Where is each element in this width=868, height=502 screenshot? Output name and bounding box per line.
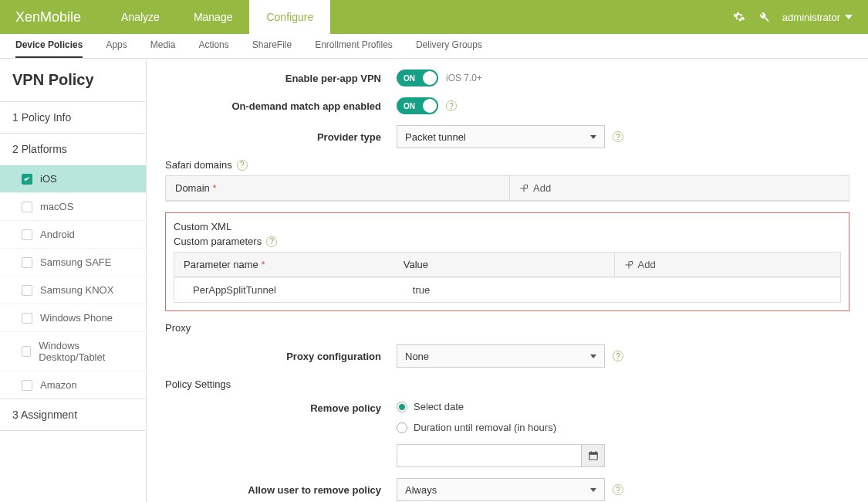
custom-add-button[interactable]: Add: [614, 253, 840, 276]
checkbox-icon: [22, 257, 32, 268]
col-value: Value: [394, 253, 614, 276]
checkbox-icon: [22, 229, 32, 240]
svg-rect-1: [589, 453, 597, 455]
checkbox-icon: [22, 285, 32, 296]
topnav-analyze[interactable]: Analyze: [104, 0, 177, 34]
platform-amazon[interactable]: Amazon: [0, 371, 146, 399]
platform-macos[interactable]: macOS: [0, 192, 146, 220]
platform-windows-phone[interactable]: Windows Phone: [0, 304, 146, 331]
enable-per-app-vpn-toggle[interactable]: ON: [397, 70, 438, 86]
cell-param-value: true: [394, 278, 614, 302]
wrench-icon[interactable]: [758, 11, 770, 23]
step-assignment[interactable]: 3 Assignment: [0, 399, 146, 430]
allow-remove-label: Allow user to remove policy: [165, 484, 397, 496]
on-demand-match-label: On-demand match app enabled: [165, 100, 397, 112]
checkbox-icon: [22, 313, 32, 324]
chevron-down-icon: [590, 354, 596, 358]
help-icon[interactable]: ?: [266, 236, 277, 247]
col-param-name: Parameter name *: [174, 253, 394, 276]
proxy-config-label: Proxy configuration: [165, 351, 397, 362]
checkbox-icon: [22, 380, 32, 391]
platform-android[interactable]: Android: [0, 220, 146, 248]
help-icon[interactable]: ?: [613, 131, 623, 142]
platform-samsung-safe[interactable]: Samsung SAFE: [0, 248, 146, 276]
remove-date-input[interactable]: [397, 444, 582, 467]
help-icon[interactable]: ?: [446, 100, 457, 111]
proxy-section: Proxy: [165, 322, 849, 334]
admin-menu[interactable]: administrator: [782, 12, 853, 23]
platform-windows-desktop[interactable]: Windows Desktop/Tablet: [0, 331, 146, 371]
platform-samsung-knox[interactable]: Samsung KNOX: [0, 276, 146, 304]
radio-icon: [397, 402, 407, 412]
checkbox-icon: [22, 202, 32, 212]
proxy-config-dropdown[interactable]: None: [397, 344, 605, 368]
safari-domains-label: Safari domains: [165, 159, 232, 171]
provider-type-dropdown[interactable]: Packet tunnel: [397, 125, 605, 148]
help-icon[interactable]: ?: [613, 351, 623, 361]
subnav-apps[interactable]: Apps: [106, 39, 127, 58]
radio-icon: [397, 422, 407, 433]
subnav-delivery-groups[interactable]: Delivery Groups: [416, 39, 482, 58]
page-title: VPN Policy: [0, 59, 146, 102]
subnav-enrollment-profiles[interactable]: Enrollment Profiles: [315, 39, 393, 58]
step-policy-info[interactable]: 1 Policy Info: [0, 102, 146, 133]
topnav-configure[interactable]: Configure: [249, 0, 330, 34]
subnav-sharefile[interactable]: ShareFile: [252, 39, 292, 58]
checkbox-icon: [22, 174, 32, 185]
chevron-down-icon: [590, 135, 596, 139]
gear-icon[interactable]: [733, 11, 745, 23]
admin-label: administrator: [782, 12, 840, 23]
help-icon[interactable]: ?: [613, 484, 623, 495]
svg-rect-2: [590, 451, 591, 453]
brand-logo: XenMobile: [15, 9, 81, 25]
svg-rect-3: [595, 451, 596, 453]
topnav-manage[interactable]: Manage: [177, 0, 250, 34]
on-demand-match-toggle[interactable]: ON: [397, 97, 438, 114]
chevron-down-icon: [845, 15, 853, 19]
subnav-media[interactable]: Media: [150, 39, 176, 58]
radio-select-date[interactable]: Select date: [397, 401, 556, 412]
checkbox-icon: [22, 346, 31, 357]
enable-per-app-vpn-label: Enable per-app VPN: [165, 73, 397, 84]
subnav-device-policies[interactable]: Device Policies: [15, 39, 83, 58]
platform-ios[interactable]: iOS: [0, 165, 146, 192]
step-platforms[interactable]: 2 Platforms: [0, 134, 146, 165]
table-row[interactable]: PerAppSplitTunnel true: [174, 277, 840, 302]
safari-add-button[interactable]: Add: [509, 176, 849, 200]
policy-settings-section: Policy Settings: [165, 378, 849, 390]
custom-xml-label: Custom XML: [174, 221, 841, 232]
provider-type-label: Provider type: [165, 131, 397, 143]
col-domain: Domain *: [166, 176, 509, 200]
cell-param-name: PerAppSplitTunnel: [174, 278, 394, 302]
help-icon[interactable]: ?: [237, 160, 248, 171]
ios-version-hint: iOS 7.0+: [446, 73, 482, 83]
remove-policy-label: Remove policy: [165, 401, 397, 414]
custom-parameters-label: Custom parameters: [174, 236, 262, 247]
chevron-down-icon: [590, 488, 596, 492]
radio-duration[interactable]: Duration until removal (in hours): [397, 422, 556, 433]
calendar-icon[interactable]: [582, 444, 605, 467]
allow-remove-dropdown[interactable]: Always: [397, 478, 605, 501]
subnav-actions[interactable]: Actions: [198, 39, 228, 58]
